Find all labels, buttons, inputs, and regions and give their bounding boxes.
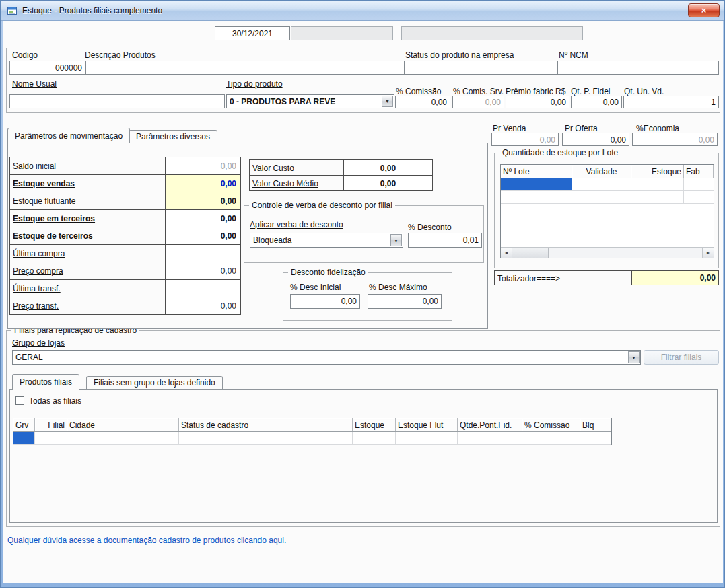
grid-row: Estoque vendas0,00 [10, 175, 240, 192]
preco-compra-value[interactable]: 0,00 [166, 262, 240, 279]
grid-row: Estoque flutuante0,00 [10, 192, 240, 210]
filiais-col-header: Status de cadastro [179, 418, 353, 431]
filtrar-filiais-button[interactable]: Filtrar filiais [644, 350, 719, 365]
filiais-col-header: Blq [580, 418, 611, 431]
descricao-input[interactable] [85, 61, 405, 75]
product-id-group: Codigo Descrição Produtos Status do prod… [6, 48, 720, 113]
ultima-compra-label: Última compra [10, 245, 166, 262]
estoque-flutuante-label: Estoque flutuante [10, 192, 166, 209]
scroll-left-icon[interactable]: ◄ [501, 248, 512, 258]
estoque-de-terceiros-label: Estoque de terceiros [10, 227, 166, 244]
valor-custo-medio-label: Valor Custo Médio [249, 175, 344, 191]
header-field-secondary [291, 26, 393, 40]
codigo-label: Codigo [12, 51, 38, 60]
lote-table: Nº Lote Validade Estoque Fab [500, 164, 714, 258]
header-field-tertiary [401, 26, 583, 40]
date-field[interactable]: 30/12/2021 [215, 26, 290, 40]
valor-custo-label: Valor Custo [249, 159, 344, 176]
lote-horizontal-scrollbar[interactable]: ◄ ► [501, 247, 714, 258]
tab-filiais-sem-grupo[interactable]: Filiais sem grupo de lojas definido [86, 376, 223, 389]
perc-desconto-input[interactable]: 0,01 [408, 233, 482, 248]
desc-maximo-input[interactable]: 0,00 [368, 294, 442, 309]
estoque-vendas-label: Estoque vendas [10, 175, 166, 192]
todas-filiais-checkbox[interactable] [15, 396, 24, 405]
qt-p-fidel-input[interactable]: 0,00 [571, 96, 622, 108]
codigo-input[interactable]: 000000 [9, 61, 85, 75]
documentation-link[interactable]: Qualquer dúvida acesse a documentação ca… [7, 536, 286, 545]
saldo-inicial-value: 0,00 [166, 157, 240, 174]
ultima-compra-value[interactable] [166, 245, 240, 262]
valor-custo-value[interactable]: 0,00 [343, 159, 433, 176]
dialog-body: 30/12/2021 Codigo Descrição Produtos Sta… [3, 21, 723, 583]
grupo-lojas-combobox[interactable]: GERAL ▼ [12, 350, 641, 365]
ultima-transf-value[interactable] [166, 280, 240, 297]
filiais-table-row[interactable] [13, 432, 611, 445]
filiais-selected-cell[interactable] [13, 432, 35, 445]
saldo-inicial-label: Saldo inicial [10, 157, 166, 174]
grid-row: Saldo inicial0,00 [10, 157, 240, 175]
close-button[interactable]: × [688, 3, 720, 17]
aplicar-verba-combobox[interactable]: Bloqueada ▼ [250, 233, 403, 248]
ultima-transf-label: Última transf. [10, 280, 166, 297]
descricao-label: Descrição Produtos [85, 51, 156, 60]
tab-produtos-filiais[interactable]: Produtos filiais [12, 374, 79, 390]
grid-row: Estoque de terceiros0,00 [10, 227, 240, 245]
estoque-de-terceiros-value[interactable]: 0,00 [166, 227, 240, 244]
grid-row: Preço compra0,00 [10, 262, 240, 280]
preco-transf-value[interactable]: 0,00 [166, 297, 240, 314]
nome-usual-input[interactable] [9, 94, 225, 108]
lote-group-title: Quantidade de estoque por Lote [499, 148, 621, 157]
grid-row: Preço transf.0,00 [10, 297, 240, 314]
totalizador-label: Totalizador====> [494, 270, 632, 285]
tipo-produto-combobox[interactable]: 0 - PRODUTOS PARA REVE ▼ [226, 94, 394, 108]
pr-venda-input: 0,00 [491, 133, 559, 146]
window-title: Estoque - Produtos filiais complemento [22, 6, 162, 15]
filiais-col-header: % Comissão [522, 418, 580, 431]
filiais-col-header: Filial [35, 418, 67, 431]
estoque-vendas-value[interactable]: 0,00 [166, 175, 240, 192]
ncm-input[interactable] [557, 61, 719, 75]
close-icon: × [701, 5, 707, 15]
desc-inicial-input[interactable]: 0,00 [290, 294, 360, 309]
lote-col-header: Nº Lote [501, 165, 572, 178]
grid-row: Última compra [10, 245, 240, 262]
scrollbar-track[interactable] [549, 248, 702, 258]
tab-parametros-movimentacao[interactable]: Parâmetros de movimentação [7, 128, 130, 143]
lote-table-header: Nº Lote Validade Estoque Fab [501, 165, 714, 178]
chevron-down-icon[interactable]: ▼ [382, 96, 393, 107]
filiais-col-header: Estoque [353, 418, 396, 431]
pr-oferta-input[interactable]: 0,00 [562, 133, 629, 146]
chevron-down-icon[interactable]: ▼ [628, 351, 640, 363]
titlebar: Estoque - Produtos filiais complemento × [1, 1, 725, 21]
desconto-fidelizacao-group: Desconto fidelização % Desc Inicial % De… [283, 272, 452, 321]
tipo-produto-value: 0 - PRODUTOS PARA REVE [230, 97, 380, 106]
verba-desconto-title: Controle de verba de desconto por filial [249, 200, 395, 210]
status-produto-label: Status do produto na empresa [405, 51, 514, 60]
todas-filiais-label: Todas as filiais [29, 397, 81, 406]
qt-un-vd-input[interactable]: 1 [623, 96, 719, 108]
scrollbar-thumb[interactable] [512, 248, 549, 258]
lote-table-row[interactable] [501, 191, 714, 204]
valor-custo-medio-value[interactable]: 0,00 [343, 175, 433, 191]
filiais-tab-panel: Todas as filiais Grv Filial Cidade Statu… [9, 389, 718, 523]
verba-desconto-group: Controle de verba de desconto por filial… [244, 205, 484, 263]
estoque-em-terceiros-value[interactable]: 0,00 [166, 210, 240, 227]
grupo-lojas-value: GERAL [15, 353, 627, 362]
estoque-flutuante-value[interactable]: 0,00 [166, 192, 240, 209]
comissao-input[interactable]: 0,00 [395, 96, 450, 108]
premio-fabric-input[interactable]: 0,00 [506, 96, 569, 108]
chevron-down-icon[interactable]: ▼ [390, 234, 402, 246]
tab-parametros-diversos[interactable]: Parâmetros diversos [129, 130, 217, 143]
lote-col-header: Validade [572, 165, 631, 178]
lote-table-row[interactable] [501, 178, 714, 191]
preco-transf-label: Preço transf. [10, 297, 166, 314]
filiais-table-header: Grv Filial Cidade Status de cadastro Est… [13, 418, 611, 432]
desc-maximo-label: % Desc Máximo [369, 283, 427, 292]
totalizador-value: 0,00 [631, 270, 719, 285]
status-produto-input[interactable] [405, 61, 557, 75]
scroll-right-icon[interactable]: ► [702, 248, 714, 258]
lote-selected-cell[interactable] [501, 178, 572, 191]
estoque-em-terceiros-label: Estoque em terceiros [10, 210, 166, 227]
comis-srv-input: 0,00 [452, 96, 504, 108]
filiais-table: Grv Filial Cidade Status de cadastro Est… [13, 418, 612, 445]
